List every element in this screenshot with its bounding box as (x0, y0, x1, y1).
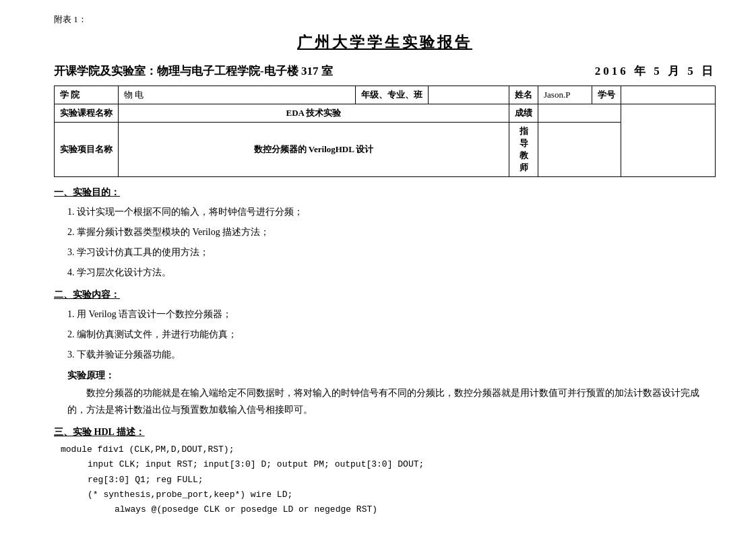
score-label: 成绩 (509, 104, 538, 123)
section1-item: 1. 设计实现一个根据不同的输入，将时钟信号进行分频； (67, 203, 716, 222)
section1: 一、实验目的： 1. 设计实现一个根据不同的输入，将时钟信号进行分频；2. 掌握… (54, 187, 716, 282)
name-label: 姓名 (509, 86, 538, 104)
code-block: module fdiv1 (CLK,PM,D,DOUT,RST);input C… (61, 442, 716, 516)
college-value: 物 电 (119, 86, 356, 104)
header-row: 开课学院及实验室：物理与电子工程学院-电子楼 317 室 2016 年 5 月 … (54, 63, 716, 79)
info-row-1: 学 院 物 电 年级、专业、班 姓名 Jason.P 学号 (55, 86, 716, 104)
info-table: 学 院 物 电 年级、专业、班 姓名 Jason.P 学号 实验课程名称 EDA… (54, 86, 716, 177)
code-line: module fdiv1 (CLK,PM,D,DOUT,RST); (61, 442, 716, 457)
teacher-value (538, 123, 621, 177)
info-row-2: 实验课程名称 EDA 技术实验 成绩 (55, 104, 716, 123)
grade-label: 年级、专业、班 (356, 86, 429, 104)
project-value: 数控分频器的 VerilogHDL 设计 (119, 123, 509, 177)
score-value (538, 104, 621, 123)
section2-item: 1. 用 Verilog 语言设计一个数控分频器； (67, 305, 716, 324)
principle-title: 实验原理： (67, 370, 716, 382)
teacher-label: 指 导 教 师 (509, 123, 538, 177)
header-left: 开课学院及实验室：物理与电子工程学院-电子楼 317 室 (54, 63, 333, 79)
student-id-value (621, 86, 716, 104)
code-line: (* synthesis,probe_port,keep*) wire LD; (61, 488, 716, 502)
section2: 二、实验内容： 1. 用 Verilog 语言设计一个数控分频器；2. 编制仿真… (54, 289, 716, 418)
course-value: EDA 技术实验 (119, 104, 509, 123)
code-line: reg[3:0] Q1; reg FULL; (61, 473, 716, 488)
section1-item: 4. 学习层次化设计方法。 (67, 263, 716, 282)
principle-text: 数控分频器的功能就是在输入端给定不同数据时，将对输入的时钟信号有不同的分频比，数… (67, 385, 716, 418)
section1-items: 1. 设计实现一个根据不同的输入，将时钟信号进行分频；2. 掌握分频计数器类型模… (67, 203, 716, 282)
code-line: always @(posedge CLK or posedge LD or ne… (61, 502, 716, 517)
section1-title: 一、实验目的： (54, 187, 716, 199)
info-row-3: 实验项目名称 数控分频器的 VerilogHDL 设计 指 导 教 师 (55, 123, 716, 177)
section2-item: 3. 下载并验证分频器功能。 (67, 345, 716, 364)
main-title: 广州大学学生实验报告 (54, 32, 716, 53)
header-right: 2016 年 5 月 5 日 (595, 63, 716, 79)
section2-items: 1. 用 Verilog 语言设计一个数控分频器；2. 编制仿真测试文件，并进行… (67, 305, 716, 364)
section1-item: 2. 掌握分频计数器类型模块的 Verilog 描述方法； (67, 223, 716, 242)
section3: 三、实验 HDL 描述： module fdiv1 (CLK,PM,D,DOUT… (54, 426, 716, 516)
section2-title: 二、实验内容： (54, 289, 716, 301)
student-id-label: 学号 (592, 86, 621, 104)
project-label: 实验项目名称 (55, 123, 119, 177)
code-line: input CLK; input RST; input[3:0] D; outp… (61, 457, 716, 472)
section3-title: 三、实验 HDL 描述： (54, 426, 716, 438)
grade-value (429, 86, 509, 104)
name-value: Jason.P (538, 86, 592, 104)
course-label: 实验课程名称 (55, 104, 119, 123)
section1-item: 3. 学习设计仿真工具的使用方法； (67, 243, 716, 262)
section2-item: 2. 编制仿真测试文件，并进行功能仿真； (67, 325, 716, 344)
fubiao-label: 附表 1： (54, 13, 716, 26)
college-label: 学 院 (55, 86, 119, 104)
